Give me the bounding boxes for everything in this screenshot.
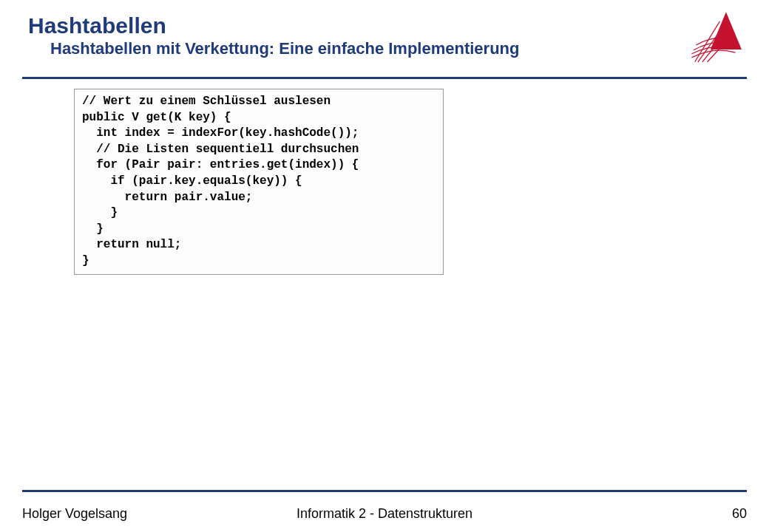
slide-subtitle: Hashtabellen mit Verkettung: Eine einfac… <box>50 39 665 58</box>
slide: Hashtabellen Hashtabellen mit Verkettung… <box>0 0 769 532</box>
slide-title: Hashtabellen <box>28 13 665 38</box>
code-listing: // Wert zu einem Schlüssel auslesen publ… <box>74 89 444 275</box>
footer-course: Informatik 2 - Datenstrukturen <box>22 506 747 522</box>
divider-bottom <box>22 490 747 492</box>
divider-top <box>22 77 747 79</box>
institution-logo-icon <box>680 9 747 65</box>
footer-page-number: 60 <box>732 506 747 522</box>
svg-marker-0 <box>711 12 742 50</box>
footer-author: Holger Vogelsang <box>22 506 127 522</box>
slide-body: // Wert zu einem Schlüssel auslesen publ… <box>74 89 444 275</box>
slide-footer: Holger Vogelsang Informatik 2 - Datenstr… <box>22 506 747 522</box>
slide-header: Hashtabellen Hashtabellen mit Verkettung… <box>28 13 665 58</box>
